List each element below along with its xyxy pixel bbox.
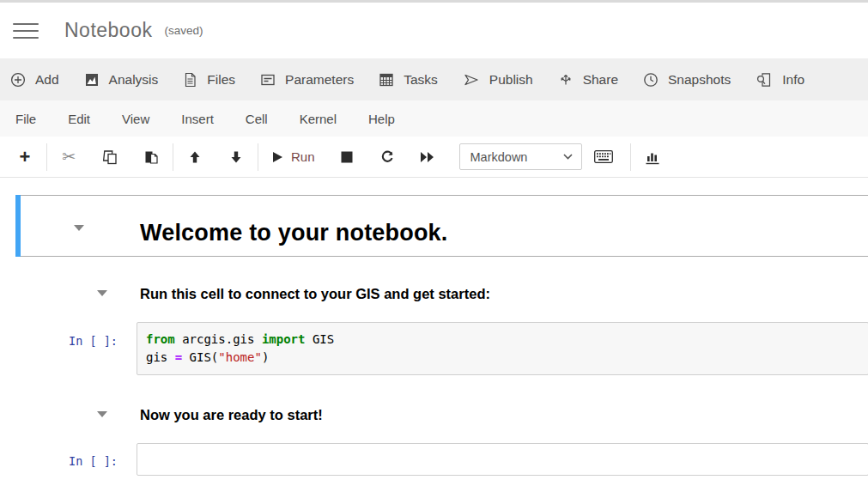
ribbon-item-label: Analysis <box>109 72 159 88</box>
play-icon <box>272 151 283 163</box>
tasks-icon <box>379 72 394 88</box>
paste-icon <box>143 149 159 165</box>
ribbon-item-label: Parameters <box>285 72 354 88</box>
plus-icon: + <box>20 148 31 167</box>
chevron-down-icon <box>563 154 573 160</box>
paste-cell-button[interactable] <box>138 144 164 170</box>
ribbon-toolbar: Add Analysis Files Parameters <box>0 58 868 100</box>
analysis-button[interactable]: Analysis <box>84 72 159 88</box>
command-palette-button[interactable] <box>591 144 616 170</box>
ribbon-item-label: Publish <box>489 72 533 88</box>
restart-run-all-button[interactable] <box>415 144 440 170</box>
markdown-heading-run: Run this cell to connect to your GIS and… <box>140 286 490 302</box>
restart-icon <box>380 149 395 164</box>
publish-button[interactable]: Publish <box>463 72 533 88</box>
copy-icon <box>102 149 118 165</box>
menu-help[interactable]: Help <box>368 112 395 126</box>
cell-toolbar: + ✂ <box>0 137 868 178</box>
snapshots-button[interactable]: Snapshots <box>643 72 731 88</box>
ribbon-item-label: Files <box>207 72 235 88</box>
move-cell-down-button[interactable] <box>223 144 249 170</box>
add-button[interactable]: Add <box>10 72 59 88</box>
scissors-icon: ✂ <box>62 149 76 165</box>
tasks-button[interactable]: Tasks <box>379 72 438 88</box>
code-line: from arcgis.gis import GIS <box>146 331 859 349</box>
app-header: Notebook (saved) <box>0 3 868 58</box>
collapse-caret-icon[interactable] <box>97 411 107 417</box>
menu-view[interactable]: View <box>122 112 149 126</box>
copy-cell-button[interactable] <box>97 144 123 170</box>
hamburger-menu-icon[interactable] <box>13 21 39 40</box>
collapse-caret-icon[interactable] <box>74 225 84 231</box>
code-line: gis = GIS("home") <box>146 349 859 367</box>
parameters-icon <box>260 72 276 88</box>
publish-icon <box>463 72 480 88</box>
cell-type-value: Markdown <box>470 150 528 164</box>
move-cell-up-button[interactable] <box>182 144 208 170</box>
ribbon-item-label: Add <box>35 72 59 88</box>
cell-type-select[interactable]: Markdown <box>459 143 582 170</box>
notebook-content: Welcome to your notebook. Run this cell … <box>0 178 868 498</box>
interrupt-kernel-button[interactable] <box>334 144 360 170</box>
run-cell-button[interactable]: Run <box>272 149 315 164</box>
snapshots-icon <box>643 72 659 88</box>
page-title: Notebook <box>64 19 152 42</box>
files-icon <box>183 72 197 88</box>
save-status: (saved) <box>164 24 203 37</box>
notebook-menubar: File Edit View Insert Cell Kernel Help <box>0 100 868 137</box>
share-button[interactable]: Share <box>558 72 618 88</box>
menu-edit[interactable]: Edit <box>68 112 90 126</box>
collapse-caret-icon[interactable] <box>97 290 107 296</box>
markdown-heading-welcome: Welcome to your notebook. <box>140 220 448 246</box>
selected-cell-indicator <box>15 195 21 257</box>
share-icon <box>558 72 574 88</box>
ribbon-item-label: Share <box>583 72 618 88</box>
info-icon <box>756 72 773 88</box>
files-button[interactable]: Files <box>183 72 235 88</box>
stop-icon <box>341 151 353 163</box>
toolbar-divider <box>173 143 173 171</box>
bar-chart-icon <box>644 149 661 165</box>
ribbon-item-label: Info <box>782 72 804 88</box>
toolbar-divider <box>630 143 631 171</box>
toolbar-divider <box>46 143 47 171</box>
keyboard-icon <box>594 150 613 163</box>
arrow-up-icon <box>188 150 202 164</box>
markdown-heading-ready: Now you are ready to start! <box>140 407 323 423</box>
add-icon <box>10 72 26 88</box>
menu-cell[interactable]: Cell <box>246 112 268 126</box>
toolbar-divider <box>258 143 258 171</box>
notebook-app: Notebook (saved) Add Analysis Files <box>0 0 868 498</box>
menu-insert[interactable]: Insert <box>181 112 214 126</box>
input-prompt: In [ ]: <box>69 454 118 468</box>
run-label: Run <box>291 149 315 164</box>
restart-kernel-button[interactable] <box>375 144 401 170</box>
input-prompt: In [ ]: <box>69 334 118 348</box>
menu-kernel[interactable]: Kernel <box>300 112 337 126</box>
arrow-down-icon <box>229 150 243 164</box>
analysis-icon <box>84 72 100 88</box>
code-input-empty[interactable] <box>137 443 868 476</box>
open-analysis-pane-button[interactable] <box>640 144 665 170</box>
ribbon-item-label: Snapshots <box>668 72 731 88</box>
menu-file[interactable]: File <box>15 112 36 126</box>
parameters-button[interactable]: Parameters <box>260 72 354 88</box>
cut-cell-button[interactable]: ✂ <box>56 144 82 170</box>
code-input-gis[interactable]: from arcgis.gis import GISgis = GIS("hom… <box>137 322 868 375</box>
add-cell-button[interactable]: + <box>12 144 38 170</box>
info-button[interactable]: Info <box>756 72 804 88</box>
ribbon-item-label: Tasks <box>404 72 438 88</box>
fast-forward-icon <box>420 151 435 163</box>
